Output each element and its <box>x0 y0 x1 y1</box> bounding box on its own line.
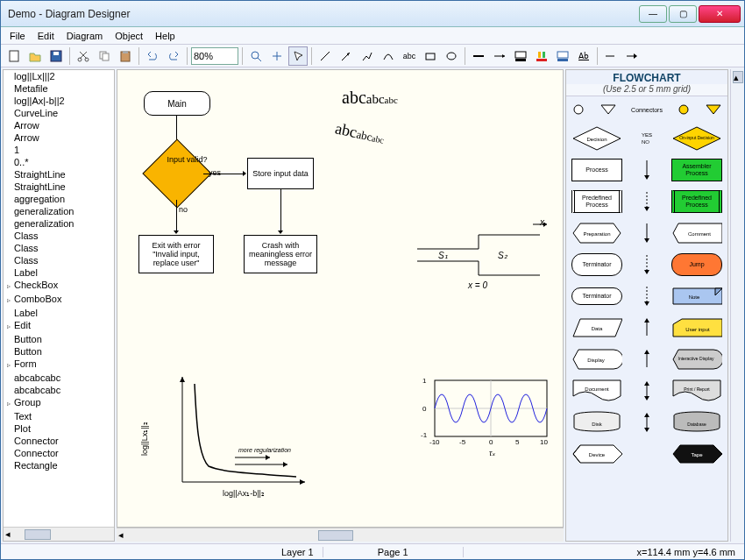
menu-edit[interactable]: Edit <box>32 29 60 43</box>
tree-item[interactable]: log||Lx|||2 <box>4 70 114 82</box>
tree-item[interactable]: generalization <box>4 205 114 217</box>
palette-predef-row[interactable]: Predefined Process Predefined Process <box>566 186 727 217</box>
new-button[interactable] <box>4 46 24 66</box>
tree-item[interactable]: Connector <box>4 435 114 447</box>
tree-item[interactable]: abcabcabc <box>4 384 114 396</box>
tree-item[interactable]: ComboBox <box>4 293 114 307</box>
font-color[interactable]: A̲b̲ <box>574 46 593 66</box>
tree-item[interactable]: Class <box>4 242 114 254</box>
palette-doc-row[interactable]: Document Print / Report <box>566 375 727 407</box>
tree-item[interactable]: StraightLine <box>4 181 114 193</box>
tree-item[interactable]: Button <box>4 333 114 345</box>
tree-item[interactable]: log||Ax|-b||2 <box>4 95 114 107</box>
undo-button[interactable] <box>143 46 162 66</box>
canvas[interactable]: Main Input valid? yes Store input data n… <box>117 69 564 528</box>
arrow-end[interactable] <box>622 46 642 66</box>
line-tool[interactable] <box>316 46 335 66</box>
svg-rect-19 <box>536 59 547 61</box>
arrow-start[interactable] <box>601 46 621 66</box>
select-tool[interactable] <box>288 46 308 66</box>
tree-item[interactable]: Plot <box>4 422 114 435</box>
canvas-hscroll[interactable]: ◂ <box>117 528 564 542</box>
text-sample-2[interactable]: abcabcabc <box>333 119 386 147</box>
line-style-2[interactable] <box>490 46 509 66</box>
svg-rect-17 <box>515 59 526 61</box>
wave-plot[interactable] <box>414 375 554 463</box>
tree-item[interactable]: Label <box>4 307 114 319</box>
tree-item[interactable]: StraightLine <box>4 168 114 181</box>
tree-hscroll[interactable]: ◂ <box>4 527 114 541</box>
tree-item[interactable]: Class <box>4 254 114 266</box>
palette-term-row[interactable]: Terminator Jump <box>566 249 727 280</box>
menu-help[interactable]: Help <box>150 29 181 43</box>
svg-text:Comment: Comment <box>688 231 711 237</box>
tree-item[interactable]: Text <box>4 410 114 422</box>
arrow-tool[interactable] <box>337 46 356 66</box>
ellipse-tool[interactable] <box>442 46 461 66</box>
menu-object[interactable]: Object <box>110 29 148 43</box>
copy-button[interactable] <box>95 46 114 66</box>
shape-decision[interactable]: Input valid? <box>153 149 202 198</box>
tree-item[interactable]: Group <box>4 396 114 410</box>
text-sample-1[interactable]: abcabcabc <box>342 88 398 108</box>
palette-prep-row[interactable]: Preparation Comment <box>566 217 727 249</box>
palette-data-row[interactable]: Data User input <box>566 312 727 344</box>
label-no: no <box>179 205 188 214</box>
cut-button[interactable] <box>74 46 93 66</box>
save-button[interactable] <box>46 46 66 66</box>
palette-display-row[interactable]: Display Interactive Display <box>566 344 727 375</box>
tree-item[interactable]: CheckBox <box>4 279 114 293</box>
palette-decision-row[interactable]: Decision YESNO On-input Decision <box>566 123 727 154</box>
zoom-input[interactable] <box>191 47 238 65</box>
redo-button[interactable] <box>164 46 183 66</box>
tree-item[interactable]: generalization <box>4 217 114 230</box>
tree-item[interactable]: 0..* <box>4 156 114 168</box>
tree-item[interactable]: Rectangle <box>4 459 114 471</box>
tree-item[interactable]: Button <box>4 345 114 358</box>
line-style[interactable] <box>469 46 488 66</box>
tree-item[interactable]: Arrow <box>4 119 114 131</box>
paste-button[interactable] <box>116 46 135 66</box>
palette-process-row[interactable]: Process Assembler Process <box>566 154 727 186</box>
color-text[interactable] <box>553 46 572 66</box>
curve-tool[interactable] <box>379 46 398 66</box>
tree-item[interactable]: Label <box>4 266 114 279</box>
object-tree[interactable]: log||Lx|||2Metafilelog||Ax|-b||2CurveLin… <box>4 70 114 527</box>
tree-item[interactable]: Class <box>4 230 114 242</box>
tree-item[interactable]: Metafile <box>4 82 114 95</box>
pan-tool[interactable] <box>267 46 287 66</box>
minimize-button[interactable]: — <box>639 5 667 23</box>
palette-term2-row[interactable]: Terminator Note <box>566 280 727 312</box>
shape-main[interactable]: Main <box>144 91 210 116</box>
tree-item[interactable]: Arrow <box>4 131 114 144</box>
shape-exit-err[interactable]: Exit with error "Invalid input, replace … <box>138 235 214 273</box>
right-vscroll[interactable]: ▴ <box>730 69 744 542</box>
tree-item[interactable]: Connector <box>4 447 114 459</box>
open-button[interactable] <box>25 46 45 66</box>
shape-crash[interactable]: Crash with meaningless error message <box>244 235 317 273</box>
palette-disk-row[interactable]: Disk Database <box>566 407 727 438</box>
color-line[interactable] <box>532 46 551 66</box>
text-tool[interactable]: abc <box>400 46 419 66</box>
lcurve-plot[interactable] <box>147 368 314 508</box>
label-s2: S₂ <box>498 251 507 260</box>
menu-file[interactable]: File <box>4 29 31 43</box>
close-button[interactable]: ✕ <box>699 5 741 23</box>
palette-connectors[interactable]: Connectors <box>566 96 727 123</box>
color-fill[interactable] <box>511 46 530 66</box>
tree-item[interactable]: Edit <box>4 319 114 333</box>
polyline-tool[interactable] <box>358 46 377 66</box>
zoom-tool[interactable] <box>246 46 266 66</box>
palette-subtitle: (Use 2.5 or 5 mm grid) <box>566 84 727 96</box>
palette-device-row[interactable]: Device Tape <box>566 438 727 470</box>
tree-item[interactable]: Form <box>4 358 114 372</box>
tree-item[interactable]: 1 <box>4 144 114 156</box>
menu-diagram[interactable]: Diagram <box>61 29 109 43</box>
rect-tool[interactable] <box>421 46 440 66</box>
tree-item[interactable]: abcabcabc <box>4 372 114 384</box>
shape-store[interactable]: Store input data <box>247 158 314 189</box>
menubar: File Edit Diagram Object Help <box>1 27 744 45</box>
tree-item[interactable]: aggregation <box>4 193 114 205</box>
tree-item[interactable]: CurveLine <box>4 107 114 119</box>
maximize-button[interactable]: ▢ <box>669 5 697 23</box>
